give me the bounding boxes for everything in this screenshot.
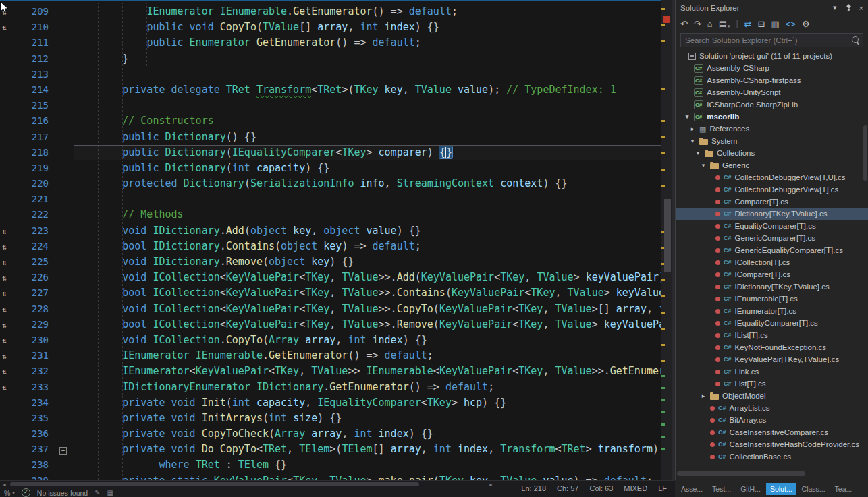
tree-item[interactable]: C#CaseInsensitiveComparer.cs <box>676 426 868 438</box>
code-line[interactable]: 211 public Enumerator GetEnumerator() =>… <box>0 35 661 51</box>
tree-item[interactable]: C#ArrayList.cs <box>676 402 868 414</box>
code-line[interactable]: 213 <box>0 67 661 82</box>
code-line[interactable]: 221 <box>0 192 661 207</box>
implements-icon[interactable]: ⇅ <box>2 352 7 361</box>
fold-collapse-icon[interactable]: − <box>59 447 67 455</box>
eol-indicator[interactable]: LF <box>658 484 667 492</box>
tree-item[interactable]: C#BitArray.cs <box>676 414 868 426</box>
tree-item[interactable]: ▾Collections <box>676 147 868 159</box>
search-icon[interactable] <box>852 36 859 43</box>
forward-icon[interactable]: ↷ <box>694 20 701 28</box>
tool-window-tab[interactable]: Test... <box>708 483 735 495</box>
tree-item[interactable]: C#GenericComparer[T].cs <box>676 232 868 244</box>
tree-item[interactable]: C#KeyValuePair[TKey,TValue].cs <box>676 353 868 366</box>
tree-item[interactable]: C#Assembly-CSharp-firstpass <box>676 74 868 86</box>
tree-item[interactable]: C#CaseInsensitiveHashCodeProvider.cs <box>676 438 868 450</box>
tree-item[interactable]: C#ICSharpCode.SharpZipLib <box>676 98 868 111</box>
tree-item[interactable]: Solution 'project-gui' (11 of 11 project… <box>676 50 868 62</box>
tree-item[interactable]: C#IEqualityComparer[T].cs <box>676 317 868 329</box>
implements-icon[interactable]: ⇅ <box>2 384 7 392</box>
tree-item[interactable]: ▾System <box>676 135 868 147</box>
chevron-collapsed-icon[interactable]: ▸ <box>700 392 707 399</box>
tree-item[interactable]: C#GenericEqualityComparer[T].cs <box>676 244 868 256</box>
tree-vscroll-thumb[interactable] <box>863 125 867 181</box>
code-line[interactable]: 216 // Constructors <box>0 113 661 129</box>
tree-item[interactable]: C#List[T].cs <box>676 378 868 390</box>
scope-icon[interactable]: ▤▾ <box>719 20 730 28</box>
tree-item[interactable]: ▸▦References <box>676 123 868 135</box>
code-line[interactable]: ⇅224 bool IDictionary.Contains(object ke… <box>0 239 661 254</box>
hscroll-thumb[interactable] <box>10 482 419 486</box>
code-line[interactable]: 239 private static KeyValuePair<TKey, TV… <box>0 473 661 480</box>
tree-item[interactable]: C#KeyNotFoundException.cs <box>676 341 868 353</box>
vscroll-track[interactable] <box>661 0 672 480</box>
code-line[interactable]: 237− private void Do_CopyTo<TRet, TElem>… <box>0 442 661 457</box>
code-line[interactable]: ⇅209 IEnumerator IEnumerable.GetEnumerat… <box>0 4 661 20</box>
sync-active-document-icon[interactable]: ⇄ <box>744 20 752 28</box>
code-line[interactable]: ⇅210 public void CopyTo(TValue[] array, … <box>0 20 661 35</box>
implements-icon[interactable]: ⇅ <box>2 258 7 267</box>
home-icon[interactable]: ⌂ <box>707 20 713 28</box>
implements-icon[interactable]: ⇅ <box>2 243 7 252</box>
code-line[interactable]: 214 private delegate TRet Transform<TRet… <box>0 82 661 98</box>
tree-item[interactable]: ▸ObjectModel <box>676 390 868 402</box>
vscroll-thumb[interactable] <box>664 199 671 272</box>
tree-item[interactable]: C#CollectionDebuggerView[T].cs <box>676 183 868 196</box>
properties-icon[interactable]: ⚙ <box>802 20 810 28</box>
code-line[interactable]: ⇅226 void ICollection<KeyValuePair<TKey,… <box>0 270 661 285</box>
code-line[interactable]: 222 // Methods <box>0 207 661 223</box>
hscroll-right-arrow-icon[interactable]: ► <box>489 482 493 487</box>
show-all-files-icon[interactable]: ▥ <box>771 20 779 28</box>
tree-item[interactable]: C#Assembly-CSharp <box>676 62 868 74</box>
chevron-expanded-icon[interactable]: ▾ <box>700 162 707 169</box>
chevron-expanded-icon[interactable]: ▾ <box>689 138 696 144</box>
collapse-all-icon[interactable]: ⊟ <box>758 20 765 28</box>
pin-icon[interactable] <box>844 4 852 11</box>
code-line[interactable]: ⇅229 bool ICollection<KeyValuePair<TKey,… <box>0 317 661 332</box>
code-line[interactable]: 220 protected Dictionary(SerializationIn… <box>0 176 661 192</box>
implements-icon[interactable]: ⇅ <box>2 305 7 314</box>
tool-window-tab[interactable]: GitH... <box>736 483 765 495</box>
code-line[interactable]: 234 private void Init(int capacity, IEqu… <box>0 395 661 411</box>
implements-icon[interactable]: ⇅ <box>2 24 7 32</box>
code-line[interactable]: ⇅230 void ICollection.CopyTo(Array array… <box>0 332 661 348</box>
editor-viewport[interactable]: ⇅209 IEnumerator IEnumerable.GetEnumerat… <box>0 0 661 480</box>
tree-item[interactable]: C#Comparer[T].cs <box>676 196 868 208</box>
tree-item[interactable]: C#Assembly-UnityScript <box>676 86 868 98</box>
implements-icon[interactable]: ⇅ <box>2 321 7 330</box>
code-line[interactable]: ⇅233 IDictionaryEnumerator IDictionary.G… <box>0 380 661 395</box>
tree-item[interactable]: C#Link.cs <box>676 366 868 378</box>
tree-item[interactable]: C#CollectionDebuggerView[T,U].cs <box>676 171 868 183</box>
pencil-icon[interactable]: ✎ <box>94 489 100 496</box>
tree-item[interactable]: C#EqualityComparer[T].cs <box>676 220 868 232</box>
search-input[interactable] <box>680 33 863 47</box>
tree-item[interactable]: C#CollectionBase.cs <box>676 450 868 463</box>
issues-status[interactable]: No issues found <box>37 489 88 497</box>
implements-icon[interactable]: ⇅ <box>2 289 7 298</box>
tree-hscroll-thumb[interactable] <box>677 471 805 476</box>
code-line[interactable]: ⇅225 void IDictionary.Remove(object key)… <box>0 254 661 270</box>
implements-icon[interactable]: ⇅ <box>2 337 7 345</box>
eol-mode-indicator[interactable]: MIXED <box>624 484 647 492</box>
tool-window-tab[interactable]: Tea... <box>831 483 857 495</box>
tool-window-tab[interactable]: Class... <box>798 483 830 495</box>
code-line[interactable]: 218 public Dictionary(IEqualityComparer<… <box>0 145 661 160</box>
code-line[interactable]: 219 public Dictionary(int capacity) {} <box>0 160 661 176</box>
chevron-expanded-icon[interactable]: ▾ <box>684 113 690 120</box>
tree-item[interactable]: C#Dictionary[TKey,TValue].cs <box>676 208 868 220</box>
tree-item[interactable]: C#IList[T].cs <box>676 329 868 341</box>
window-position-icon[interactable]: ▾ <box>833 3 837 12</box>
code-line[interactable]: 235 private void InitArrays(int size) {} <box>0 411 661 426</box>
tool-window-tab[interactable]: Solut... <box>766 483 796 495</box>
view-code-icon[interactable]: <> <box>786 20 796 28</box>
tree-item[interactable]: ▾Generic <box>676 159 868 171</box>
back-icon[interactable]: ↶ <box>680 20 688 28</box>
code-line[interactable]: ⇅231 IEnumerator IEnumerable.GetEnumerat… <box>0 348 661 363</box>
code-line[interactable]: ⇅232 IEnumerator<KeyValuePair<TKey, TVal… <box>0 363 661 379</box>
tool-window-tab[interactable]: Asse... <box>677 483 707 495</box>
chevron-expanded-icon[interactable]: ▾ <box>695 150 701 156</box>
code-line[interactable]: 217 public Dictionary() {} <box>0 129 661 145</box>
tree-item[interactable]: C#IDictionary[TKey,TValue].cs <box>676 281 868 293</box>
close-icon[interactable]: × <box>859 4 863 12</box>
tree-item[interactable]: C#IEnumerator[T].cs <box>676 305 868 317</box>
